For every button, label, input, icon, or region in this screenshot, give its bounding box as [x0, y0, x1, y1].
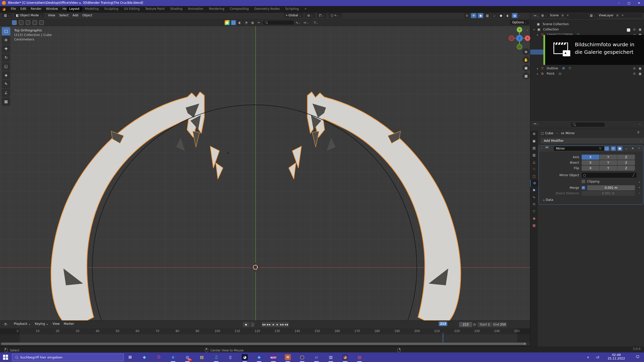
add-workspace-button[interactable]: + — [302, 6, 309, 12]
filter-brush-button[interactable]: ✑ — [256, 20, 261, 25]
texture-tab[interactable]: ▦ — [530, 222, 538, 229]
menu-file[interactable]: File — [9, 6, 18, 12]
shading-material-button[interactable]: ◐ — [505, 13, 511, 18]
timeline-scrollbar[interactable] — [1, 343, 526, 345]
workspace-tab-rendering[interactable]: Rendering — [206, 6, 227, 12]
filter-search-input[interactable] — [263, 20, 294, 25]
playhead-line[interactable] — [443, 333, 443, 342]
viewport-menu-add[interactable]: Add — [70, 12, 80, 18]
timeline-ruler[interactable]: 0102030405060708090100110120130140150160… — [0, 328, 530, 335]
flip-z-button[interactable]: Z — [617, 166, 635, 171]
clipping-checkbox[interactable] — [582, 180, 585, 183]
windows-start-button[interactable] — [3, 355, 8, 360]
workspace-tab-scripting[interactable]: Scripting — [283, 6, 301, 12]
opera-browser[interactable]: O — [154, 354, 164, 360]
on-cage-toggle[interactable]: ▽ — [598, 146, 603, 151]
task-view[interactable]: ⊞ — [125, 354, 135, 360]
merge-threshold-field[interactable]: 0.001 m — [587, 185, 635, 190]
action-center-icon[interactable]: 🗨 — [636, 355, 639, 359]
ring-app[interactable]: ◯ — [297, 354, 307, 360]
file-explorer[interactable]: ▤ — [197, 354, 207, 360]
screenshot-notification[interactable]: Bildschirmfoto wurde in die Galerie gesp… — [543, 35, 644, 65]
workspace-tab-uv-editing[interactable]: UV Editing — [121, 6, 142, 12]
show-gizmo-toggle[interactable]: ✛ — [471, 13, 476, 18]
decorator-dot[interactable]: • — [638, 185, 640, 190]
blender-logo-icon[interactable]: ◕ — [3, 7, 6, 11]
data-subpanel[interactable]: ▸ Data — [543, 198, 553, 202]
shading-wireframe-button[interactable]: ◌ — [491, 13, 497, 18]
play-reverse-button[interactable]: ◀ — [271, 322, 275, 327]
maximize-button[interactable]: ▢ — [624, 0, 634, 6]
outliner-row-outline[interactable]: ▸ ▽ Outline ⚙ ▽ ⊙ ▣ — [530, 66, 644, 71]
end-frame-field[interactable]: End 250 — [492, 322, 507, 327]
output-tab[interactable]: ▤ — [530, 145, 538, 152]
workspace-tab-geometry-nodes[interactable]: Geometry Nodes — [252, 6, 282, 12]
chevron-down-icon[interactable]: ⌄ — [639, 122, 641, 125]
editor-type-button[interactable]: ▧ ⌄ — [2, 13, 12, 18]
workspace-tab-layout[interactable]: Layout — [67, 6, 82, 12]
chevron-down-icon[interactable]: ⌄ — [519, 14, 521, 17]
copy-icon[interactable]: ⊞ — [616, 14, 619, 17]
axis-z-button[interactable]: Z — [617, 155, 635, 160]
axis-x-button[interactable]: X — [582, 155, 599, 160]
rotate-tool[interactable]: ↻ — [2, 54, 10, 62]
add-modifier-dropdown[interactable]: Add Modifier ⌄ — [541, 138, 644, 144]
next-keyframe-button[interactable]: ▶◆ — [280, 322, 284, 327]
menu-window[interactable]: Window — [44, 6, 60, 12]
bisect-distance-field[interactable]: 0.001 m — [582, 191, 635, 196]
render-tab[interactable]: ▣ — [530, 138, 538, 145]
select-set-button[interactable] — [12, 20, 17, 25]
shading-rendered-button[interactable]: ◍ — [512, 13, 517, 18]
object-tab[interactable]: ▢ — [530, 173, 538, 180]
winrar[interactable]: ▤ — [354, 354, 365, 360]
add-cube-tool[interactable]: ▦ — [2, 98, 10, 106]
workspace-tab-compositing[interactable]: Compositing — [227, 6, 251, 12]
viewport-menu-select[interactable]: Select — [57, 12, 70, 18]
eye-icon[interactable]: ⊙ — [633, 72, 636, 75]
workspace-tab-shading[interactable]: Shading — [168, 6, 185, 12]
measure-tool[interactable]: ∠ — [2, 89, 10, 97]
start-frame-field[interactable]: Start 1 — [477, 322, 492, 327]
workspace-tab-texture-paint[interactable]: Texture Paint — [143, 6, 167, 12]
taskbar-search-input[interactable]: Suchbegriff hier eingeben — [12, 354, 124, 361]
gem-app[interactable]: ◆ — [254, 354, 264, 360]
pivot-point-dropdown[interactable]: ◎ ⌄ — [305, 13, 315, 18]
notepad[interactable]: ▯ — [225, 354, 235, 360]
tree-open-icon[interactable]: ▾ — [532, 27, 536, 32]
pin-icon[interactable]: ⚲ — [637, 130, 639, 134]
prev-keyframe-button[interactable]: ◆◀ — [266, 322, 271, 327]
material-tab[interactable]: ◉ — [530, 215, 538, 222]
timeline-menu-marker[interactable]: Marker — [62, 321, 76, 327]
annotate-tool[interactable]: ✎ — [2, 80, 10, 88]
visibility-dropdown[interactable]: ⊙ — [464, 13, 470, 18]
bisect-z-button[interactable]: Z — [617, 160, 635, 165]
active-app[interactable]: ≋ — [283, 354, 293, 360]
eye-icon[interactable]: ⊙ — [633, 67, 636, 70]
timeline-menu-keying[interactable]: Keying ⌄ — [33, 321, 51, 327]
filter-world-button[interactable]: ◍ — [250, 20, 255, 25]
jump-start-button[interactable]: ▮◀ — [262, 322, 266, 327]
region-collapse-icon[interactable]: ‹ — [527, 28, 528, 32]
eye-icon[interactable]: ⊙ — [633, 28, 636, 31]
options-dropdown[interactable]: Options ⌄ — [510, 20, 529, 25]
filter-object-button[interactable]: ▢ — [231, 20, 236, 25]
select-intersect-button[interactable] — [39, 20, 44, 25]
world-tab[interactable]: ☉ — [530, 166, 538, 173]
camera-nav-button[interactable]: ▣ — [522, 64, 530, 71]
transform-orientation-dropdown[interactable]: ⌖ Global ⌄ — [284, 13, 303, 18]
close-icon[interactable]: ✕ — [621, 14, 624, 17]
pan-nav-button[interactable]: ✋ — [522, 56, 530, 63]
camera-restrict-icon[interactable]: ▣ — [639, 72, 641, 75]
outliner-row-collection[interactable]: ▾ ▣ Collection ✓ ⊙ ▣ — [530, 27, 644, 32]
clock[interactable]: 02:49 25.11.2022 — [604, 353, 629, 360]
stopwatch-icon[interactable]: ◷ — [473, 323, 476, 326]
viewport-canvas[interactable] — [0, 26, 530, 321]
constraints-tab[interactable]: ⊓ — [530, 201, 538, 208]
timeline-editor-icon[interactable]: ◔⌄ — [2, 322, 11, 327]
select-box-tool[interactable]: □ — [2, 27, 10, 35]
workspace-tab-animation[interactable]: Animation — [185, 6, 206, 12]
menu-edit[interactable]: Edit — [18, 6, 28, 12]
timeline-track[interactable] — [0, 334, 530, 342]
chat-app[interactable]: ◍9+ — [182, 354, 192, 360]
move-tool[interactable]: ✚ — [2, 45, 10, 53]
